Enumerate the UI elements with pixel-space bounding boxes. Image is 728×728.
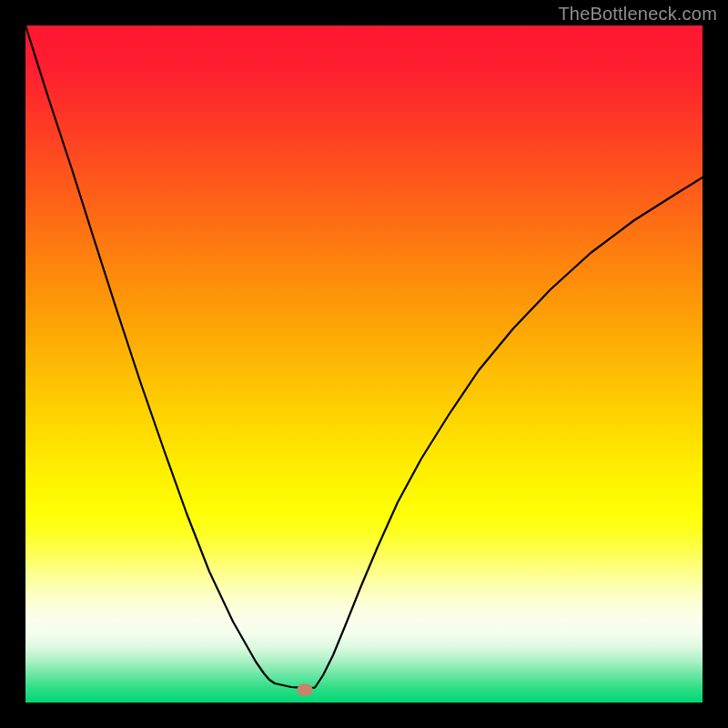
minimum-marker	[298, 684, 313, 696]
plot-area	[25, 25, 703, 703]
chart-frame: TheBottleneck.com	[0, 0, 728, 728]
curve-path	[25, 25, 703, 688]
watermark-text: TheBottleneck.com	[558, 4, 717, 25]
bottleneck-curve	[25, 25, 703, 703]
